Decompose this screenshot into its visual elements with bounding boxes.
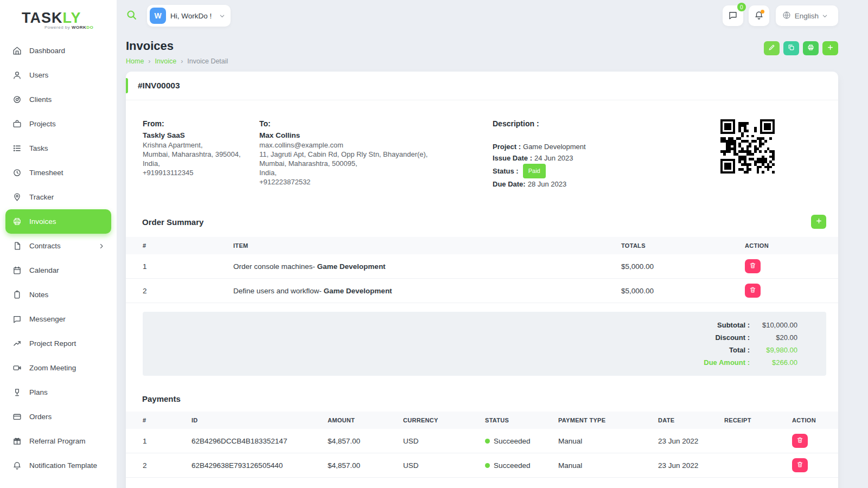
video-camera-icon [12,363,22,373]
sidebar-item-messenger[interactable]: Messenger [5,307,111,331]
brand-text-secondary: LY [63,10,81,26]
sidebar-item-label: Plans [29,388,48,396]
sidebar-item-notification-template[interactable]: Notification Template [5,453,111,478]
pencil-icon [768,44,775,53]
sidebar-item-projects[interactable]: Projects [5,112,111,136]
sidebar-item-label: Contracts [29,242,61,250]
sidebar-item-referral-program[interactable]: Referral Program [5,429,111,453]
invoice-info: From: Taskly SaaS Krishna Apartment, Mum… [126,100,838,190]
sidebar-item-project-report[interactable]: Project Report [5,331,111,356]
from-line: +919913112345 [143,168,259,177]
order-table: # ITEM TOTALS ACTION 1 Order console mac… [126,237,838,303]
sidebar-item-label: Notification Template [29,461,97,470]
table-row: 1 62B4296DCCB4B183352147 $4,857.00 USD S… [126,429,838,453]
sidebar-item-label: Messenger [29,315,66,323]
sidebar-item-label: Calendar [29,266,59,274]
order-table-header: # ITEM TOTALS ACTION [126,237,838,254]
avatar: W [150,8,166,24]
user-menu[interactable]: W Hi, WorkDo ! [147,5,231,27]
to-line: +912223872532 [259,177,493,187]
sidebar-item-dashboard[interactable]: Dashboard [5,38,111,63]
sidebar-item-tracker[interactable]: Tracker [5,185,111,209]
invoice-actions [764,41,838,55]
sidebar-item-orders[interactable]: Orders [5,404,111,429]
credit-card-icon [12,412,22,422]
payment-status: Succeeded [485,461,558,470]
invoice-number: #INV00003 [126,72,838,100]
payment-id: 62B4296DCCB4B183352147 [192,437,328,445]
project-line: Project :Game Development [493,141,720,152]
language-label: English [795,12,819,20]
delete-item-button[interactable] [745,284,761,298]
delete-payment-button[interactable] [792,458,808,472]
add-item-button[interactable] [811,215,826,229]
messages-button[interactable]: 0 [723,5,743,26]
sidebar-item-label: Zoom Meeting [29,364,76,372]
list-icon [12,144,22,153]
add-payment-button[interactable] [822,41,838,55]
delete-payment-button[interactable] [792,434,808,448]
col-action: ACTION [745,242,826,249]
from-title: From: [143,119,259,128]
search-icon [126,9,137,22]
sidebar-item-label: Dashboard [29,47,65,55]
sidebar-item-plans[interactable]: Plans [5,380,111,404]
greeting-text: Hi, WorkDo ! [170,12,212,20]
breadcrumb-separator: › [148,57,150,65]
search-button[interactable] [126,9,137,22]
sidebar-menu: Dashboard Users Clients Projects Tasks T… [0,35,117,478]
printer-icon [12,217,22,227]
status-dot-icon [485,463,490,468]
top-bar: W Hi, WorkDo ! 0 English [126,0,838,31]
sidebar-item-tasks[interactable]: Tasks [5,136,111,160]
sidebar-item-calendar[interactable]: Calendar [5,258,111,282]
from-block: From: Taskly SaaS Krishna Apartment, Mum… [143,119,259,190]
sidebar-item-label: Clients [29,95,52,104]
breadcrumb-invoice[interactable]: Invoice [155,57,177,65]
sidebar-item-label: Referral Program [29,437,86,445]
description-title: Description : [493,119,720,128]
messages-badge: 0 [737,3,746,11]
briefcase-icon [12,119,22,129]
breadcrumb-current: Invoice Detail [187,57,228,65]
qr-finder [720,159,735,174]
row-total: $5,000.00 [621,287,745,295]
payment-id: 62B429638E793126505440 [192,461,328,470]
notifications-button[interactable] [749,5,769,26]
page-header: Invoices Home › Invoice › Invoice Detail [126,39,838,65]
sidebar-item-timesheet[interactable]: Timesheet [5,160,111,185]
brand-logo[interactable]: TASKLY Powered by WORKDO [0,5,117,35]
trash-icon [796,436,803,445]
delete-item-button[interactable] [745,259,761,273]
row-item: Order console machines- Game Development [233,262,621,271]
language-selector[interactable]: English [776,5,838,26]
sidebar-item-contracts[interactable]: Contracts [5,234,111,258]
edit-button[interactable] [764,41,780,55]
discount-line: Discount :$20.00 [143,331,797,344]
document-icon [12,241,22,251]
description-block: Description : Project :Game Development … [493,119,720,190]
clipboard-icon [12,290,22,300]
print-button[interactable] [803,41,819,55]
bell-template-icon [12,461,22,471]
breadcrumb-home[interactable]: Home [126,57,144,65]
sidebar-item-clients[interactable]: Clients [5,87,111,112]
col-item: ITEM [233,242,621,249]
qr-finder [760,119,775,134]
copy-link-button[interactable] [783,41,799,55]
breadcrumb-separator: › [181,57,183,65]
sidebar-item-zoom-meeting[interactable]: Zoom Meeting [5,356,111,380]
main-area: W Hi, WorkDo ! 0 English Invoices [117,0,868,488]
sidebar-item-users[interactable]: Users [5,63,111,87]
sidebar-item-invoices[interactable]: Invoices [5,209,111,234]
payment-status: Succeeded [485,437,558,445]
qr-finder [720,119,735,134]
from-line: India, [143,159,259,168]
invoice-card: #INV00003 From: Taskly SaaS Krishna Apar… [126,72,838,488]
globe-icon [782,11,795,21]
total-line: Total :$9,980.00 [143,344,797,356]
sidebar-item-notes[interactable]: Notes [5,282,111,307]
sidebar-item-label: Orders [29,413,52,421]
sidebar: TASKLY Powered by WORKDO Dashboard Users… [0,0,117,488]
order-summary-title: Order Summary [142,217,203,227]
